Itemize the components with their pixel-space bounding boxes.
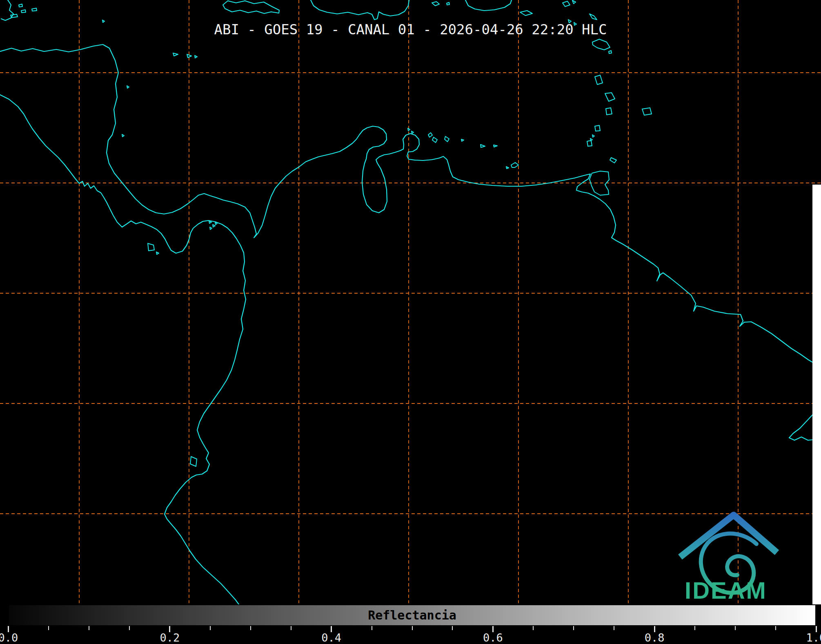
colorbar-tick: [452, 626, 453, 630]
coastline-path: [461, 139, 464, 141]
coastline-path: [642, 108, 652, 115]
coastline-path: [563, 1, 570, 7]
coastline-path: [122, 134, 124, 137]
coastline-path: [148, 243, 154, 251]
coastline-path: [592, 39, 610, 50]
coastline-path: [592, 135, 594, 137]
colorbar-tick-label: 0.2: [151, 631, 188, 644]
coastline-path: [789, 415, 812, 440]
colorbar-tick: [250, 626, 251, 630]
coastline-path: [213, 225, 215, 227]
colorbar-tick: [89, 626, 89, 630]
coastline-path: [587, 140, 592, 146]
coastline-path: [610, 158, 616, 163]
coastline-path: [506, 167, 509, 169]
coastline-path: [127, 86, 129, 88]
no-data-strip: [812, 185, 821, 604]
coastline-path: [605, 93, 615, 101]
coastline-path: [408, 128, 410, 131]
map-title: ABI - GOES 19 - CANAL 01 - 2026-04-26 22…: [0, 21, 821, 38]
colorbar-tick-label: 0.6: [474, 631, 511, 644]
coastline-path: [590, 14, 597, 20]
coastline-path: [223, 1, 279, 13]
coastline-path: [447, 2, 449, 5]
coastline-path: [481, 145, 485, 147]
latlon-gridlines: [0, 0, 821, 603]
coastline-path: [187, 54, 191, 58]
island-coastlines: [11, 0, 652, 466]
colorbar-tick: [533, 626, 534, 630]
coastline-path: [465, 0, 512, 11]
colorbar-tick: [412, 626, 413, 630]
satellite-map: IDEAM: [0, 0, 821, 644]
colorbar-tick-label: 0.8: [636, 631, 673, 644]
coastline-path: [19, 4, 22, 7]
colorbar-title: Reflectancia: [8, 604, 816, 626]
coastline-path: [432, 137, 437, 143]
ideam-logo-text: IDEAM: [685, 577, 767, 604]
coastline-path: [432, 2, 439, 6]
colorbar-tick: [291, 626, 291, 630]
coastline-path: [412, 131, 414, 134]
colorbar-tick: [48, 626, 49, 630]
coastline-path: [595, 125, 600, 131]
coastline-path: [311, 0, 409, 20]
coastline-path: [572, 0, 576, 4]
colorbar-tick-label: 1.0: [798, 631, 821, 644]
colorbar-tick: [372, 626, 372, 630]
coastline-path: [0, 45, 812, 362]
coastline-path: [606, 108, 612, 115]
coastline-path: [445, 136, 449, 142]
colorbar-tick: [694, 626, 695, 630]
coastline-path: [520, 11, 532, 16]
colorbar-tick-label: 0.0: [0, 631, 27, 644]
satellite-image-viewer: IDEAM ABI - GOES 19 - CANAL 01 - 2026-04…: [0, 0, 821, 644]
coastline-path: [609, 51, 612, 53]
coastline-path: [156, 252, 159, 254]
coastline-path: [21, 10, 26, 13]
coastline-path: [0, 95, 246, 604]
coastline-path: [494, 145, 497, 147]
colorbar-tick: [735, 626, 736, 630]
coastline-path: [11, 14, 18, 18]
colorbar-tick: [129, 626, 130, 630]
ideam-mountain-icon: [680, 515, 777, 557]
coastline-path: [32, 8, 37, 11]
ideam-logo: IDEAM: [680, 515, 777, 604]
coastline-path: [511, 163, 518, 167]
coastline-path: [590, 171, 609, 195]
coastline-path: [195, 56, 197, 58]
colorbar-tick: [775, 626, 776, 630]
colorbar-tick: [573, 626, 574, 630]
colorbar-tick: [614, 626, 614, 630]
coastline-path: [190, 457, 197, 466]
colorbar-tick-label: 0.4: [313, 631, 350, 644]
coastline-path: [173, 53, 178, 56]
coastline-path: [210, 227, 212, 230]
coastline-path: [595, 75, 603, 85]
coastline-path: [428, 133, 432, 137]
colorbar-tick: [210, 626, 211, 630]
